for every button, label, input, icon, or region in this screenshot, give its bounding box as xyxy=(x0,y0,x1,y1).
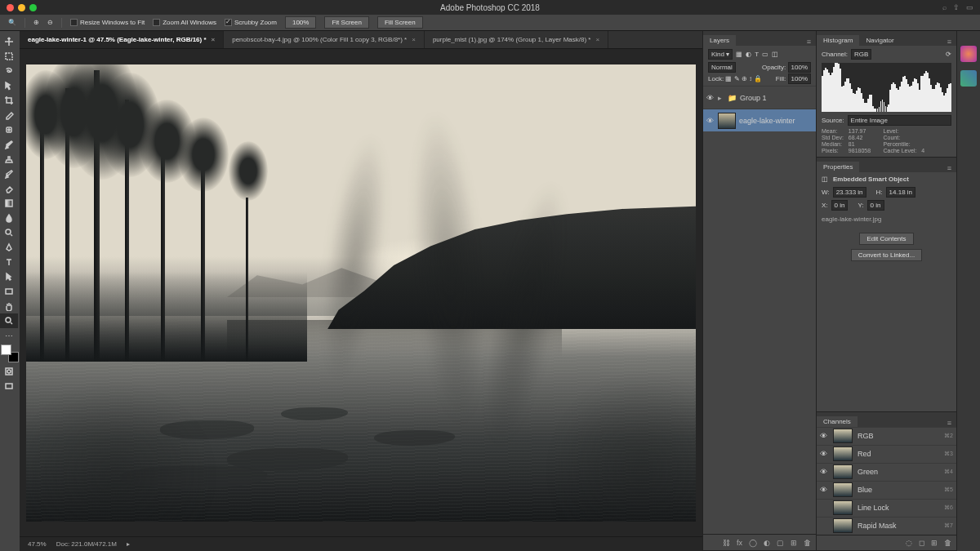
panel-menu-icon[interactable]: ≡ xyxy=(802,38,816,46)
visibility-icon[interactable]: 👁 xyxy=(706,94,715,102)
layer-name[interactable]: eagle-lake-winter xyxy=(739,117,795,125)
dodge-tool-icon[interactable] xyxy=(0,225,18,240)
shape-tool-icon[interactable] xyxy=(0,284,18,299)
channel-dropdown[interactable]: RGB xyxy=(851,49,871,60)
group-icon[interactable]: ▢ xyxy=(777,539,784,547)
channel-row[interactable]: 👁Red⌘3 xyxy=(817,445,956,463)
visibility-icon[interactable] xyxy=(820,504,828,512)
layer-kind-dropdown[interactable]: Kind ▾ xyxy=(708,49,733,60)
channel-row[interactable]: 👁RGB⌘2 xyxy=(817,427,956,445)
quick-select-tool-icon[interactable] xyxy=(0,78,18,93)
crop-tool-icon[interactable] xyxy=(0,93,18,108)
panel-menu-icon[interactable]: ≡ xyxy=(942,38,956,46)
tab-purple-mist[interactable]: purple_mist (1).jpg @ 174% (Group 1, Lay… xyxy=(425,31,608,48)
zoom-level[interactable]: 47.5% xyxy=(28,540,47,548)
foreground-background-colors[interactable] xyxy=(1,344,19,362)
doc-info[interactable]: Doc: 221.0M/472.1M xyxy=(56,540,117,548)
blur-tool-icon[interactable] xyxy=(0,211,18,225)
eyedropper-tool-icon[interactable] xyxy=(0,108,18,122)
edit-contents-button[interactable]: Edit Contents xyxy=(859,233,913,245)
gradient-tool-icon[interactable] xyxy=(0,196,18,211)
visibility-icon[interactable]: 👁 xyxy=(820,432,828,440)
tab-eagle-lake[interactable]: eagle-lake-winter-1 @ 47.5% (Eagle-lake-… xyxy=(20,31,224,48)
new-channel-icon[interactable]: ⊞ xyxy=(931,539,938,547)
move-tool-icon[interactable] xyxy=(0,34,18,49)
tab-penobscot[interactable]: penobscot-bay-4.jpg @ 100% (Color Fill 1… xyxy=(224,31,425,48)
pen-tool-icon[interactable] xyxy=(0,240,18,255)
healing-brush-icon[interactable] xyxy=(0,122,18,137)
chevron-right-icon[interactable]: ▸ xyxy=(127,540,130,548)
marquee-tool-icon[interactable] xyxy=(0,49,18,64)
lock-icons[interactable]: ▦ ✎ ⊕ ↕ 🔒 xyxy=(725,75,762,82)
zoom-tool-icon[interactable] xyxy=(0,313,18,328)
opacity-input[interactable]: 100% xyxy=(788,62,811,73)
adjustment-icon[interactable]: ◐ xyxy=(764,539,770,547)
scrubby-zoom-checkbox[interactable]: Scrubby Zoom xyxy=(225,19,277,26)
layer-thumbnail[interactable] xyxy=(718,113,736,129)
layer-name[interactable]: Group 1 xyxy=(740,94,767,102)
swatches-panel-icon[interactable] xyxy=(960,70,977,87)
layer-group-row[interactable]: 👁▸ 📁 Group 1 xyxy=(703,86,816,109)
fill-screen-button[interactable]: Fill Screen xyxy=(377,16,423,29)
zoom-100-button[interactable]: 100% xyxy=(285,16,316,29)
quick-mask-icon[interactable] xyxy=(0,364,18,379)
height-input[interactable]: 14.18 in xyxy=(886,187,915,198)
channel-row[interactable]: 👁Blue⌘5 xyxy=(817,481,956,499)
load-selection-icon[interactable]: ◌ xyxy=(906,539,912,547)
navigator-tab[interactable]: Navigator xyxy=(859,35,900,46)
y-input[interactable]: 0 in xyxy=(867,200,884,211)
zoom-in-icon[interactable]: ⊕ xyxy=(33,19,39,26)
zoom-out-icon[interactable]: ⊖ xyxy=(47,19,53,26)
chevron-right-icon[interactable]: ▸ xyxy=(718,94,724,102)
layers-tab[interactable]: Layers xyxy=(703,35,736,46)
brush-tool-icon[interactable] xyxy=(0,137,18,152)
minimize-window-icon[interactable] xyxy=(18,4,25,11)
new-layer-icon[interactable]: ⊞ xyxy=(791,539,797,547)
fill-input[interactable]: 100% xyxy=(788,73,811,84)
refresh-icon[interactable]: ⟳ xyxy=(946,51,951,58)
close-window-icon[interactable] xyxy=(7,4,14,11)
properties-tab[interactable]: Properties xyxy=(817,162,859,172)
channels-tab[interactable]: Channels xyxy=(817,416,858,427)
resize-windows-checkbox[interactable]: Resize Windows to Fit xyxy=(70,19,145,26)
share-icon[interactable]: ⇪ xyxy=(953,3,960,11)
zoom-all-checkbox[interactable]: Zoom All Windows xyxy=(153,19,216,26)
canvas[interactable] xyxy=(20,49,702,536)
fx-icon[interactable]: fx xyxy=(737,539,742,547)
layer-smart-row[interactable]: 👁 eagle-lake-winter xyxy=(703,109,816,131)
close-icon[interactable]: × xyxy=(212,36,216,43)
panel-menu-icon[interactable]: ≡ xyxy=(942,164,956,172)
blend-mode-dropdown[interactable]: Normal xyxy=(708,62,736,73)
trash-icon[interactable]: 🗑 xyxy=(944,539,951,547)
visibility-icon[interactable]: 👁 xyxy=(820,486,828,494)
histogram-tab[interactable]: Histogram xyxy=(817,35,859,46)
screen-mode-icon[interactable] xyxy=(0,379,18,393)
visibility-icon[interactable]: 👁 xyxy=(820,468,828,476)
close-icon[interactable]: × xyxy=(595,36,599,43)
filter-shape-icon[interactable]: ▭ xyxy=(762,51,768,58)
lasso-tool-icon[interactable] xyxy=(0,64,18,78)
convert-linked-button[interactable]: Convert to Linked... xyxy=(851,249,922,261)
channel-row[interactable]: 👁Green⌘4 xyxy=(817,463,956,481)
workspace-icon[interactable]: ▭ xyxy=(966,3,973,11)
type-tool-icon[interactable] xyxy=(0,255,18,269)
channel-row[interactable]: Rapid Mask⌘7 xyxy=(817,517,956,535)
fit-screen-button[interactable]: Fit Screen xyxy=(324,16,368,29)
close-icon[interactable]: × xyxy=(412,36,416,43)
link-layers-icon[interactable]: ⛓ xyxy=(723,539,730,547)
history-brush-icon[interactable] xyxy=(0,167,18,181)
save-selection-icon[interactable]: ◻ xyxy=(919,539,924,547)
panel-menu-icon[interactable]: ≡ xyxy=(942,419,956,427)
filter-type-icon[interactable]: T xyxy=(755,51,759,58)
mask-icon[interactable]: ◯ xyxy=(749,539,757,547)
hand-tool-icon[interactable] xyxy=(0,299,18,313)
visibility-icon[interactable] xyxy=(820,522,828,530)
path-select-icon[interactable] xyxy=(0,269,18,284)
x-input[interactable]: 0 in xyxy=(831,200,849,211)
width-input[interactable]: 23.333 in xyxy=(833,187,866,198)
maximize-window-icon[interactable] xyxy=(29,4,37,11)
color-panel-icon[interactable] xyxy=(960,46,977,62)
source-dropdown[interactable]: Entire Image xyxy=(848,115,951,126)
edit-toolbar-icon[interactable]: ⋯ xyxy=(0,328,18,343)
filter-pixel-icon[interactable]: ▦ xyxy=(736,51,742,58)
